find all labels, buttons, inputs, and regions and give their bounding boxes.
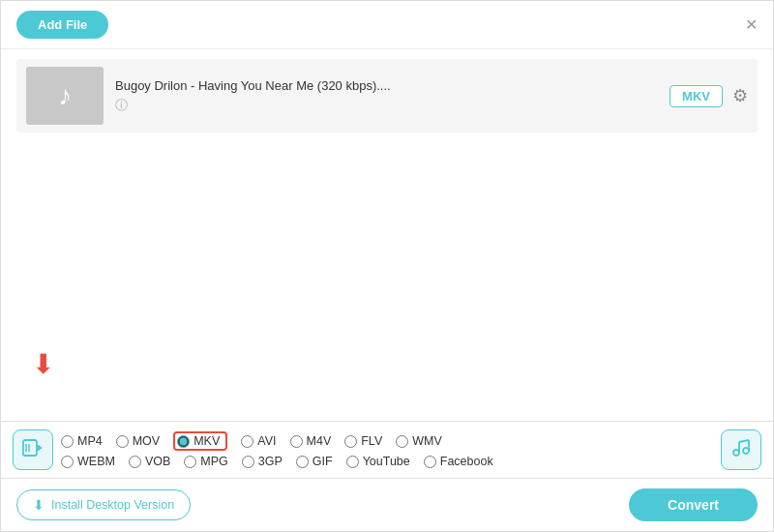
- format-label-mp4: MP4: [77, 434, 103, 448]
- action-bar: ⬇ Install Desktop Version Convert: [1, 479, 773, 531]
- radio-youtube[interactable]: [346, 456, 359, 468]
- install-label: Install Desktop Version: [51, 498, 174, 512]
- settings-button[interactable]: ⚙: [732, 85, 748, 106]
- format-option-mp4[interactable]: MP4: [61, 434, 103, 448]
- format-label-3gp: 3GP: [258, 455, 283, 468]
- radio-3gp[interactable]: [242, 456, 254, 468]
- format-row-2: WEBM VOB MPG 3GP GIF: [61, 455, 713, 468]
- format-label-vob: VOB: [145, 455, 170, 468]
- radio-vob[interactable]: [129, 456, 141, 468]
- bottom-section: MP4 MOV MKV AVI M4V: [1, 421, 773, 531]
- format-section: MP4 MOV MKV AVI M4V: [1, 422, 773, 479]
- file-list: ♪ Bugoy Drilon - Having You Near Me (320…: [1, 49, 773, 142]
- format-option-gif[interactable]: GIF: [296, 455, 333, 468]
- format-option-wmv[interactable]: WMV: [396, 434, 442, 448]
- video-format-icon-button[interactable]: [13, 429, 53, 470]
- file-item: ♪ Bugoy Drilon - Having You Near Me (320…: [16, 59, 758, 133]
- format-label-mov: MOV: [133, 434, 160, 448]
- radio-mkv[interactable]: [177, 435, 190, 448]
- radio-mov[interactable]: [116, 435, 129, 448]
- radio-m4v[interactable]: [290, 435, 303, 448]
- format-badge-button[interactable]: MKV: [670, 85, 723, 107]
- radio-avi[interactable]: [241, 435, 253, 448]
- format-label-mpg: MPG: [200, 455, 227, 468]
- audio-format-icon-button[interactable]: [721, 429, 761, 470]
- format-label-webm: WEBM: [77, 455, 115, 468]
- svg-rect-0: [23, 440, 37, 456]
- format-label-youtube: YouTube: [363, 455, 410, 468]
- radio-flv[interactable]: [344, 435, 357, 448]
- format-label-flv: FLV: [361, 434, 382, 448]
- svg-point-4: [733, 450, 739, 456]
- radio-mpg[interactable]: [184, 456, 196, 468]
- format-option-mov[interactable]: MOV: [116, 434, 160, 448]
- radio-wmv[interactable]: [396, 435, 408, 448]
- svg-point-5: [743, 448, 749, 454]
- add-file-button[interactable]: Add File: [16, 11, 108, 39]
- format-option-3gp[interactable]: 3GP: [242, 455, 283, 468]
- down-arrow-indicator: ⬇: [32, 351, 54, 378]
- install-desktop-button[interactable]: ⬇ Install Desktop Version: [16, 489, 191, 520]
- radio-webm[interactable]: [61, 456, 74, 468]
- file-name: Bugoy Drilon - Having You Near Me (320 k…: [115, 78, 658, 93]
- info-icon[interactable]: ⓘ: [115, 98, 128, 112]
- top-bar: Add File ✕: [1, 1, 773, 49]
- format-row-1: MP4 MOV MKV AVI M4V: [61, 431, 713, 451]
- format-label-m4v: M4V: [307, 434, 332, 448]
- format-option-vob[interactable]: VOB: [129, 455, 170, 468]
- format-option-mpg[interactable]: MPG: [184, 455, 227, 468]
- music-icon: ♪: [58, 80, 72, 111]
- svg-marker-1: [37, 444, 43, 452]
- file-info: Bugoy Drilon - Having You Near Me (320 k…: [115, 78, 658, 114]
- audio-icon: [731, 438, 751, 462]
- format-option-avi[interactable]: AVI: [241, 434, 276, 448]
- format-option-m4v[interactable]: M4V: [290, 434, 332, 448]
- format-label-gif: GIF: [313, 455, 333, 468]
- format-label-avi: AVI: [257, 434, 276, 448]
- svg-line-8: [739, 440, 749, 442]
- radio-gif[interactable]: [296, 456, 309, 468]
- format-option-mkv[interactable]: MKV: [173, 431, 227, 451]
- format-option-webm[interactable]: WEBM: [61, 455, 115, 468]
- format-option-facebook[interactable]: Facebook: [424, 455, 493, 468]
- download-icon: ⬇: [33, 497, 45, 513]
- convert-button[interactable]: Convert: [629, 488, 758, 521]
- format-options: MP4 MOV MKV AVI M4V: [61, 431, 713, 468]
- radio-facebook[interactable]: [424, 456, 436, 468]
- format-option-youtube[interactable]: YouTube: [346, 455, 410, 468]
- file-thumbnail: ♪: [26, 67, 104, 125]
- format-label-wmv: WMV: [412, 434, 442, 448]
- radio-mp4[interactable]: [61, 435, 74, 448]
- format-label-facebook: Facebook: [440, 455, 493, 468]
- close-button[interactable]: ✕: [745, 17, 758, 33]
- empty-area: [1, 142, 773, 336]
- video-icon: [22, 439, 44, 461]
- format-option-flv[interactable]: FLV: [344, 434, 382, 448]
- file-actions: MKV ⚙: [670, 85, 748, 107]
- format-label-mkv: MKV: [194, 434, 220, 448]
